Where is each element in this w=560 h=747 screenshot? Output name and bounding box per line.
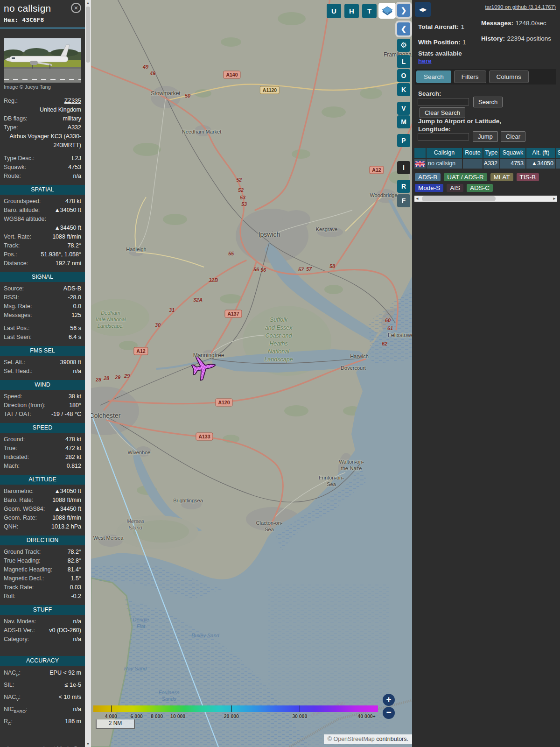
map-button-m[interactable]: M [397,115,410,128]
row-label: Sel. Alt.: [4,358,25,367]
data-row: SIL:≤ 1e-5 [4,680,81,692]
data-row: ▲34450 ft [4,224,81,233]
column-header-flag[interactable] [414,148,426,158]
row-value: n/a [35,367,81,376]
legend-ads-c[interactable]: ADS-C [467,184,493,192]
map-button-o[interactable]: O [397,69,410,82]
row-label: Roll: [4,592,15,601]
altitude-tick-label: 4 000 [105,713,117,719]
legend-tis-b[interactable]: TIS-B [517,173,539,181]
data-row: Baro. altitude:▲34050 ft [4,206,81,215]
speed-cell [556,159,560,169]
column-header-squawk[interactable]: Squawk [500,148,525,158]
map-button-l[interactable]: L [397,55,410,68]
osm-link[interactable]: © OpenStreetMap [328,736,375,742]
scroll-right-icon[interactable]: ► [552,196,557,202]
jump-button[interactable]: Jump [473,131,498,142]
altitude-tick-label: 30 000 [292,713,307,719]
close-icon[interactable]: × [71,3,81,13]
layers-button[interactable] [378,3,396,19]
section-body: Ground Track:78.2°True Heading:82.8°Magn… [4,548,81,601]
legend-mode-s[interactable]: Mode-S [415,184,443,192]
column-header-s[interactable]: S [556,148,560,158]
row-label: NACP: [4,668,21,680]
tab-search[interactable]: Search [416,70,451,83]
tab-filters[interactable]: Filters [454,70,486,83]
row-value: 6.4 s [35,333,81,342]
map-button-f[interactable]: F [397,194,410,207]
clear-search-button[interactable]: Clear Search [420,107,465,118]
row-label: Direction (from): [4,401,46,410]
row-value: United Kingdom [7,106,81,114]
sidebar-scrollbar[interactable]: ▲ ▼ [85,0,91,747]
map[interactable]: StowmarketNeedham MarketFramlinghamHadle… [91,0,412,747]
data-row: Roll:-0.2 [4,592,81,601]
country-flag-cell [414,159,426,169]
panel-collapse-button[interactable]: ◀▶ [415,2,431,17]
data-row: QNH:1013.2 hPa [4,522,81,531]
map-button-panel-hide[interactable]: ❮ [397,22,410,35]
row-value: 282 kt [32,453,81,462]
section-body: Ground:478 ktTrue:472 ktIndicated:282 kt… [4,435,81,471]
column-header-callsign[interactable]: Callsign [427,148,462,158]
column-header-route[interactable]: Route [463,148,483,158]
scrollbar-thumb[interactable] [86,7,90,63]
map-button-settings[interactable]: ⚙ [397,39,410,52]
stats-here-link[interactable]: here [418,57,432,64]
data-row: Magnetic Heading:81.4° [4,565,81,574]
row-value: 186 m [15,717,81,729]
table-horizontal-scrollbar[interactable]: ◄ ► [414,196,557,202]
column-header-type[interactable]: Type [483,148,499,158]
map-button-i[interactable]: I [397,161,410,174]
table-row[interactable]: no callsign A332 4753 ▲34050 [414,159,560,169]
row-label: Ground Track: [4,548,41,557]
altitude-tick-label: 8 000 [151,713,163,719]
data-row: Nav. Modes:n/a [4,617,81,626]
layers-icon [382,6,393,16]
jump-input[interactable] [418,133,469,141]
legend-ais[interactable]: AIS [447,184,463,192]
with-position-label: With Position: [418,39,461,46]
section-body: Nav. Modes:n/aADS-B Ver.:v0 (DO-260)Cate… [4,617,81,644]
scroll-down-icon[interactable]: ▼ [85,742,91,746]
map-button-t[interactable]: T [362,4,377,18]
data-row: TAT / OAT:-19 / -48 °C [4,410,81,419]
map-button-k[interactable]: K [397,83,410,96]
map-button-p[interactable]: P [397,134,410,147]
data-row: Last Pos.:56 s [4,324,81,333]
row-label: Geom. WGS84: [4,505,45,514]
hex-label: Hex: [4,16,18,23]
zoom-in-button[interactable]: + [383,694,395,706]
row-value[interactable]: ZZ335 [21,97,81,106]
map-button-v[interactable]: V [397,102,410,115]
search-input[interactable] [418,98,469,106]
section-body: Groundspeed:478 ktBaro. altitude:▲34050 … [4,197,81,268]
uk-flag-icon [415,161,425,167]
github-link[interactable]: tar1090 on github (3.14.1767) [485,4,556,10]
scrollbar-thumb[interactable] [422,196,496,201]
row-value: 39008 ft [28,358,81,367]
legend-uat[interactable]: UAT / ADS-R [444,173,487,181]
map-button-r[interactable]: R [397,180,410,193]
scroll-up-icon[interactable]: ▲ [85,1,91,5]
row-label: Source: [4,284,24,293]
stats-available-text: Stats available [418,50,462,57]
row-label: Distance: [4,259,28,268]
row-label: Indicated: [4,453,29,462]
legend-ads-b[interactable]: ADS-B [415,173,441,181]
scroll-left-icon[interactable]: ◄ [414,196,420,202]
column-header-alt[interactable]: Alt. (ft) [526,148,555,158]
callsign-cell[interactable]: no callsign [427,159,462,169]
legend-mlat[interactable]: MLAT [490,173,513,181]
search-button[interactable]: Search [473,97,503,107]
data-row: Ground:478 kt [4,435,81,444]
info-row: Reg.:ZZ335 [4,97,81,106]
map-button-u[interactable]: U [327,4,341,18]
zoom-out-button[interactable]: − [383,707,395,719]
tab-columns[interactable]: Columns [489,70,529,83]
jump-clear-button[interactable]: Clear [501,131,525,142]
total-aircraft-value: 1 [461,23,464,30]
map-button-h[interactable]: H [344,4,359,18]
map-button-panel-show[interactable]: ❯ [397,4,410,17]
row-value: n/a [30,705,81,717]
